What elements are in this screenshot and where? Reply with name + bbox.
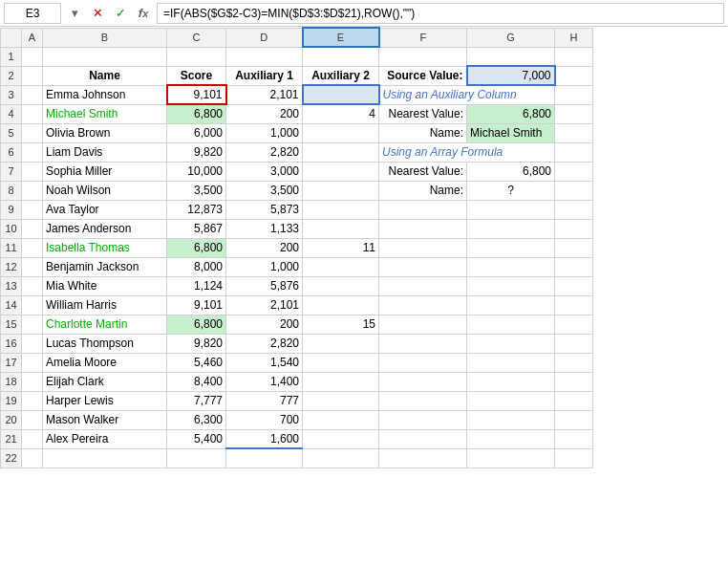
cell-g10[interactable] (467, 219, 555, 238)
cell-b17[interactable]: Amelia Moore (43, 353, 167, 372)
cell-g7[interactable]: 6,800 (467, 162, 555, 181)
formula-input[interactable] (157, 3, 724, 24)
col-header-f[interactable]: F (379, 28, 467, 47)
cell-a3[interactable] (22, 85, 43, 104)
cell-c2[interactable]: Score (167, 66, 226, 85)
cell-g19[interactable] (467, 391, 555, 410)
cell-e10[interactable] (303, 219, 379, 238)
cell-g13[interactable] (467, 276, 555, 295)
cell-f12[interactable] (379, 257, 467, 276)
cell-a19[interactable] (22, 391, 43, 410)
cell-b10[interactable]: James Anderson (43, 219, 167, 238)
cell-b12[interactable]: Benjamin Jackson (43, 257, 167, 276)
cell-a11[interactable] (22, 238, 43, 257)
cell-b3[interactable]: Emma Johnson (43, 85, 167, 104)
cell-b13[interactable]: Mia White (43, 276, 167, 295)
cell-f11[interactable] (379, 238, 467, 257)
cell-g4[interactable]: 6,800 (467, 104, 555, 123)
cell-f3[interactable]: Using an Auxiliary Column (379, 85, 555, 104)
cell-a16[interactable] (22, 334, 43, 353)
col-header-b[interactable]: B (43, 28, 167, 47)
cell-e19[interactable] (303, 391, 379, 410)
cell-e4[interactable]: 4 (303, 104, 379, 123)
cell-d1[interactable] (226, 47, 303, 66)
cell-h9[interactable] (555, 200, 593, 219)
cell-c1[interactable] (167, 47, 226, 66)
cell-a4[interactable] (22, 104, 43, 123)
cell-h17[interactable] (555, 353, 593, 372)
cell-e9[interactable] (303, 200, 379, 219)
cell-f21[interactable] (379, 429, 467, 448)
cell-b5[interactable]: Olivia Brown (43, 123, 167, 142)
cell-a1[interactable] (22, 47, 43, 66)
cell-g21[interactable] (467, 429, 555, 448)
cell-c19[interactable]: 7,777 (167, 391, 226, 410)
cell-g2[interactable]: 7,000 (467, 66, 555, 85)
cell-g18[interactable] (467, 372, 555, 391)
cell-f19[interactable] (379, 391, 467, 410)
cell-c21[interactable]: 5,400 (167, 429, 226, 448)
cell-c20[interactable]: 6,300 (167, 410, 226, 429)
cell-e6[interactable] (303, 142, 379, 162)
confirm-icon[interactable]: ✓ (111, 4, 130, 23)
cell-e18[interactable] (303, 372, 379, 391)
cell-h2[interactable] (555, 66, 593, 85)
cell-f13[interactable] (379, 276, 467, 295)
cell-d13[interactable]: 5,876 (226, 276, 303, 295)
cell-a13[interactable] (22, 276, 43, 295)
cell-f14[interactable] (379, 295, 467, 315)
cell-e21[interactable] (303, 429, 379, 448)
cell-d3[interactable]: 2,101 (226, 85, 303, 104)
cell-b16[interactable]: Lucas Thompson (43, 334, 167, 353)
cell-c14[interactable]: 9,101 (167, 295, 226, 315)
cell-e3[interactable] (303, 85, 379, 104)
cell-f10[interactable] (379, 219, 467, 238)
cell-b8[interactable]: Noah Wilson (43, 181, 167, 200)
cell-c15[interactable]: 6,800 (167, 315, 226, 334)
cell-c18[interactable]: 8,400 (167, 372, 226, 391)
cell-c4[interactable]: 6,800 (167, 104, 226, 123)
insert-function-icon[interactable]: fx (134, 4, 153, 23)
cell-d8[interactable]: 3,500 (226, 181, 303, 200)
cell-b2[interactable]: Name (43, 66, 167, 85)
cell-b7[interactable]: Sophia Miller (43, 162, 167, 181)
cell-e11[interactable]: 11 (303, 238, 379, 257)
cell-d7[interactable]: 3,000 (226, 162, 303, 181)
cell-h10[interactable] (555, 219, 593, 238)
cell-a2[interactable] (22, 66, 43, 85)
cell-d11[interactable]: 200 (226, 238, 303, 257)
cell-c13[interactable]: 1,124 (167, 276, 226, 295)
cell-b15[interactable]: Charlotte Martin (43, 315, 167, 334)
cell-d16[interactable]: 2,820 (226, 334, 303, 353)
col-header-d[interactable]: D (226, 28, 303, 47)
cell-a22[interactable] (22, 448, 43, 467)
cell-d17[interactable]: 1,540 (226, 353, 303, 372)
col-header-g[interactable]: G (467, 28, 555, 47)
cell-f22[interactable] (379, 448, 467, 467)
cell-h20[interactable] (555, 410, 593, 429)
cell-c10[interactable]: 5,867 (167, 219, 226, 238)
cell-g11[interactable] (467, 238, 555, 257)
cell-h13[interactable] (555, 276, 593, 295)
cell-b1[interactable] (43, 47, 167, 66)
cell-a6[interactable] (22, 142, 43, 162)
cell-g12[interactable] (467, 257, 555, 276)
cell-c8[interactable]: 3,500 (167, 181, 226, 200)
cell-e8[interactable] (303, 181, 379, 200)
cell-a8[interactable] (22, 181, 43, 200)
cell-d2[interactable]: Auxiliary 1 (226, 66, 303, 85)
cell-a21[interactable] (22, 429, 43, 448)
cell-g5[interactable]: Michael Smith (467, 123, 555, 142)
cell-h5[interactable] (555, 123, 593, 142)
cell-d6[interactable]: 2,820 (226, 142, 303, 162)
cell-c7[interactable]: 10,000 (167, 162, 226, 181)
expand-icon[interactable]: ▾ (65, 4, 84, 23)
cell-e7[interactable] (303, 162, 379, 181)
cell-a7[interactable] (22, 162, 43, 181)
cell-f4[interactable]: Nearest Value: (379, 104, 467, 123)
cell-b19[interactable]: Harper Lewis (43, 391, 167, 410)
cell-f9[interactable] (379, 200, 467, 219)
cell-d10[interactable]: 1,133 (226, 219, 303, 238)
cell-e16[interactable] (303, 334, 379, 353)
cell-e2[interactable]: Auxiliary 2 (303, 66, 379, 85)
